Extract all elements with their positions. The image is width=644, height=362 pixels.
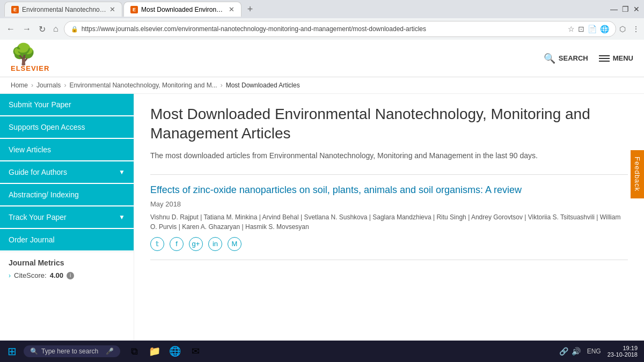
main-layout: Submit Your Paper Supports Open Access V…	[0, 94, 644, 362]
pdf-icon[interactable]: 📄	[588, 25, 597, 33]
article-separator-bottom	[150, 260, 628, 260]
translate-icon[interactable]: 🌐	[600, 25, 609, 33]
sidebar-submit-paper-label: Submit Your Paper	[9, 100, 71, 109]
language-indicator: ENG	[587, 348, 601, 355]
home-button[interactable]: ⌂	[51, 23, 61, 35]
sidebar-order-journal[interactable]: Order Journal	[0, 229, 134, 250]
sidebar-guide-for-authors[interactable]: Guide for Authors ▼	[0, 161, 134, 183]
cast-icon[interactable]: ⊡	[578, 25, 584, 33]
header-right: 🔍 SEARCH MENU	[544, 53, 633, 64]
search-label: SEARCH	[559, 54, 588, 62]
sidebar-guide-for-authors-label: Guide for Authors	[9, 168, 67, 176]
extensions-icon[interactable]: ⬡	[619, 25, 626, 33]
sidebar-abstracting-indexing[interactable]: Abstracting/ Indexing	[0, 184, 134, 205]
citescore-row: › CiteScore: 4.00 i	[9, 271, 125, 279]
browser-tabs: E Environmental Nanotechnology, ✕ E Most…	[4, 2, 606, 17]
new-tab-button[interactable]: +	[243, 2, 258, 17]
minimize-button[interactable]: —	[610, 5, 618, 13]
logo-text: ELSEVIER	[11, 64, 49, 72]
chrome-icon: 🌐	[169, 345, 181, 357]
citescore-expand-icon[interactable]: ›	[9, 272, 11, 279]
taskbar-chrome[interactable]: 🌐	[165, 342, 185, 361]
taskbar-search[interactable]: 🔍 Type here to search 🎤	[24, 345, 120, 357]
address-bar[interactable]: 🔒 https://www.journals.elsevier.com/envi…	[64, 21, 616, 37]
breadcrumb: Home › Journals › Environmental Nanotech…	[0, 77, 644, 94]
refresh-button[interactable]: ↻	[36, 23, 48, 35]
taskbar-clock: 19:19 23-10-2018	[608, 345, 638, 358]
browser-titlebar: E Environmental Nanotechnology, ✕ E Most…	[0, 0, 644, 18]
article-title[interactable]: Effects of zinc-oxide nanoparticles on s…	[150, 183, 628, 197]
social-icons: 𝕥 f g+ in M	[150, 237, 628, 251]
address-text: https://www.journals.elsevier.com/enviro…	[82, 25, 565, 33]
article-item: Effects of zinc-oxide nanoparticles on s…	[150, 183, 628, 251]
page-wrapper: 🌳 ELSEVIER 🔍 SEARCH MENU Home › Journals…	[0, 40, 644, 362]
browser-tab-1[interactable]: E Environmental Nanotechnology, ✕	[4, 2, 122, 17]
elsevier-logo: 🌳 ELSEVIER	[11, 44, 49, 72]
sidebar-open-access[interactable]: Supports Open Access	[0, 116, 134, 138]
volume-icon[interactable]: 🔊	[572, 347, 581, 356]
sidebar-view-articles[interactable]: View Articles	[0, 139, 134, 160]
menu-button[interactable]: MENU	[599, 54, 633, 62]
window-controls: — ❐ ✕	[610, 5, 640, 13]
breadcrumb-sep-2: ›	[64, 82, 66, 89]
sidebar-open-access-label: Supports Open Access	[9, 123, 85, 131]
breadcrumb-home[interactable]: Home	[11, 82, 28, 89]
more-icon[interactable]: ⋮	[632, 25, 640, 33]
taskbar-task-view[interactable]: ⧉	[125, 342, 144, 361]
forward-button[interactable]: →	[20, 23, 33, 35]
journal-metrics-title: Journal Metrics	[9, 258, 125, 267]
breadcrumb-journal[interactable]: Environmental Nanotechnology, Monitoring…	[69, 82, 217, 89]
taskbar-mail[interactable]: ✉	[186, 342, 205, 361]
breadcrumb-sep-1: ›	[31, 82, 33, 89]
citescore-value: 4.00	[50, 271, 63, 279]
guide-chevron-icon: ▼	[119, 168, 125, 176]
taskbar-search-placeholder: Type here to search	[41, 348, 98, 355]
citescore-info-icon[interactable]: i	[67, 272, 74, 279]
taskbar-search-icon: 🔍	[30, 348, 38, 355]
sidebar-view-articles-label: View Articles	[9, 145, 51, 154]
menu-label: MENU	[613, 54, 633, 62]
taskbar-explorer[interactable]: 📁	[145, 342, 164, 361]
taskbar-apps: ⧉ 📁 🌐 ✉	[125, 342, 205, 361]
tab-close-2[interactable]: ✕	[229, 5, 235, 13]
sidebar-track-paper[interactable]: Track Your Paper ▼	[0, 206, 134, 228]
tab-title-2: Most Downloaded Environmenta...	[141, 6, 225, 13]
article-separator	[150, 174, 628, 175]
linkedin-icon[interactable]: in	[208, 237, 222, 251]
network-icon[interactable]: 🔗	[559, 347, 568, 356]
content-area: Most Downloaded Environmental Nanotechno…	[134, 94, 644, 362]
sidebar-track-paper-label: Track Your Paper	[9, 213, 67, 221]
browser-addressbar: ← → ↻ ⌂ 🔒 https://www.journals.elsevier.…	[0, 18, 644, 40]
browser-tab-2[interactable]: E Most Downloaded Environmenta... ✕	[123, 2, 241, 17]
maximize-button[interactable]: ❐	[622, 5, 629, 13]
taskbar-time-display: 19:19	[608, 345, 638, 351]
sidebar-order-journal-label: Order Journal	[9, 235, 55, 244]
star-icon[interactable]: ☆	[568, 25, 575, 33]
track-chevron-icon: ▼	[119, 213, 125, 221]
explorer-icon: 📁	[149, 345, 160, 357]
close-button[interactable]: ✕	[633, 5, 640, 13]
taskbar-date-display: 23-10-2018	[608, 351, 638, 358]
mendeley-icon[interactable]: M	[228, 237, 241, 251]
tab-favicon-2: E	[130, 6, 138, 13]
twitter-icon[interactable]: 𝕥	[150, 237, 164, 251]
site-header: 🌳 ELSEVIER 🔍 SEARCH MENU	[0, 40, 644, 77]
sidebar-abstracting-label: Abstracting/ Indexing	[9, 190, 79, 199]
back-button[interactable]: ←	[4, 23, 17, 35]
taskbar: ⊞ 🔍 Type here to search 🎤 ⧉ 📁 🌐 ✉ 🔗 🔊 EN…	[0, 341, 644, 362]
citescore-label: CiteScore:	[14, 271, 47, 279]
sidebar-submit-paper[interactable]: Submit Your Paper	[0, 94, 134, 115]
taskbar-right: 🔗 🔊 ENG 19:19 23-10-2018	[559, 345, 642, 358]
feedback-label: Feedback	[633, 157, 641, 191]
task-view-icon: ⧉	[131, 346, 138, 357]
facebook-icon[interactable]: f	[170, 237, 184, 251]
feedback-tab[interactable]: Feedback	[631, 150, 644, 198]
tab-close-1[interactable]: ✕	[109, 5, 115, 13]
google-plus-icon[interactable]: g+	[189, 237, 203, 251]
breadcrumb-journals[interactable]: Journals	[36, 82, 61, 89]
search-button[interactable]: 🔍 SEARCH	[544, 53, 588, 64]
start-button[interactable]: ⊞	[2, 342, 21, 361]
search-icon: 🔍	[544, 53, 555, 64]
sidebar: Submit Your Paper Supports Open Access V…	[0, 94, 134, 362]
page-title: Most Downloaded Environmental Nanotechno…	[150, 105, 628, 144]
